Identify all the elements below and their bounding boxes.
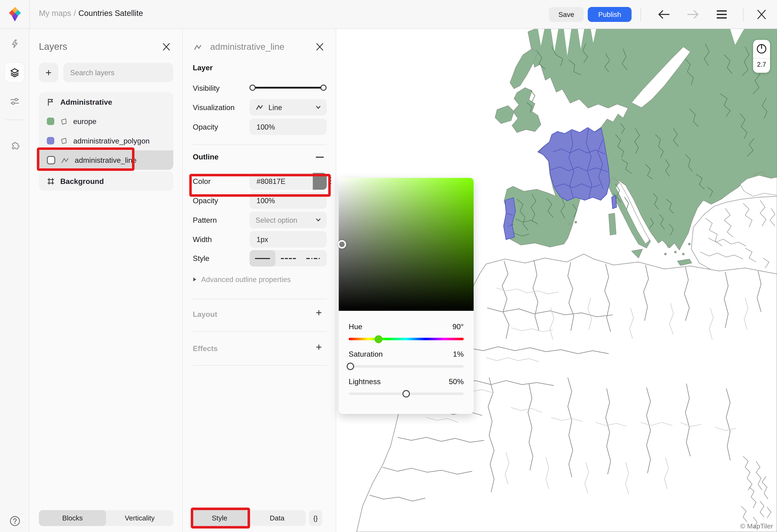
zoom-level[interactable]: 2.7 (753, 61, 770, 68)
turkey-region (691, 196, 777, 276)
administrative-group: Administrative europe administrative_pol… (39, 92, 174, 170)
close-editor-icon[interactable] (756, 9, 767, 20)
visibility-range-slider[interactable] (249, 84, 327, 92)
zigzag-line-icon (193, 44, 202, 51)
rail-divider (6, 120, 23, 120)
outline-color-label: Color (193, 177, 211, 185)
layer-opacity-input[interactable]: 100% (249, 119, 327, 135)
tab-data[interactable]: Data (248, 510, 306, 526)
help-button[interactable] (5, 511, 24, 531)
add-layer-button[interactable]: + (39, 63, 58, 82)
line-style-switch (249, 250, 327, 266)
crete (677, 259, 692, 266)
width-input[interactable]: 1px (249, 231, 327, 248)
saturation-value-area[interactable] (339, 178, 474, 311)
section-divider (193, 299, 327, 299)
dashed-line-icon (281, 258, 296, 259)
outline-opacity-input[interactable]: 100% (249, 192, 327, 209)
great-britain (512, 88, 541, 132)
visibility-min-handle (250, 85, 255, 90)
france (539, 128, 610, 201)
collapse-minus-icon[interactable] (316, 156, 324, 158)
line-color-swatch (47, 156, 56, 164)
plugins-button[interactable] (5, 137, 24, 156)
breadcrumb-my-maps[interactable]: My maps (39, 9, 71, 17)
layer-label: administrative_line (75, 156, 136, 164)
maptiler-logo[interactable] (9, 7, 21, 24)
save-button[interactable]: Save (549, 7, 584, 22)
group-row-administrative[interactable]: Administrative (39, 92, 174, 112)
zigzag-line-icon (61, 157, 69, 164)
lightning-icon (10, 39, 19, 48)
quick-actions-button[interactable] (5, 34, 24, 53)
selected-layer-title: administrative_line (210, 42, 285, 52)
color-position-handle[interactable] (338, 240, 346, 249)
layer-label: Background (60, 177, 104, 185)
outline-section-heading: Outline (193, 152, 218, 161)
layout-add-icon[interactable]: + (316, 307, 322, 319)
layer-row-background[interactable]: Background (39, 171, 174, 191)
visualization-value: Line (268, 103, 311, 111)
control-divider (753, 58, 770, 59)
settings-tool-button[interactable] (5, 92, 24, 111)
layout-section-heading: Layout (193, 310, 217, 318)
json-editor-button[interactable]: {} (309, 510, 322, 526)
layer-row-administrative-polygon[interactable]: administrative_polygon (39, 131, 174, 150)
tab-style[interactable]: Style (191, 510, 248, 526)
map-attribution[interactable]: © MapTiler (740, 522, 773, 530)
line-style-dashdot[interactable] (301, 250, 327, 266)
redo-arrow-icon[interactable] (686, 9, 699, 20)
chevron-down-icon (316, 218, 321, 222)
zigzag-line-icon (255, 104, 263, 111)
plus-icon: + (45, 66, 52, 79)
map-history-zoom-control: 2.7 (753, 40, 770, 73)
lightness-thumb[interactable] (403, 390, 410, 398)
color-options-kebab-icon[interactable] (330, 177, 331, 184)
puzzle-icon (10, 141, 20, 151)
sardinia (608, 213, 616, 235)
lightness-label: Lightness (349, 377, 380, 386)
tab-blocks[interactable]: Blocks (39, 510, 106, 526)
advanced-outline-toggle[interactable]: Advanced outline properties (193, 275, 291, 283)
triangle-right-icon (193, 277, 196, 281)
toolbar-divider-2 (743, 8, 744, 21)
layer-section-heading: Layer (193, 63, 213, 72)
layer-row-europe[interactable]: europe (39, 112, 174, 131)
polygon-icon (60, 117, 68, 125)
hue-label: Hue (349, 322, 362, 331)
saturation-value: 1% (453, 350, 464, 358)
style-panel-close-icon[interactable] (315, 42, 324, 51)
layers-panel-title: Layers (39, 41, 67, 52)
visualization-select[interactable]: Line (249, 99, 327, 116)
hue-slider[interactable] (349, 338, 464, 340)
menu-icon[interactable] (716, 10, 727, 19)
flag-icon (47, 98, 55, 106)
time-travel-button[interactable] (756, 43, 767, 54)
layers-tool-button[interactable] (5, 63, 24, 82)
layers-icon (10, 68, 19, 77)
saturation-label: Saturation (349, 350, 382, 358)
undo-arrow-icon[interactable] (658, 9, 670, 20)
publish-button[interactable]: Publish (588, 7, 632, 22)
line-style-dashed[interactable] (275, 250, 301, 266)
saturation-thumb[interactable] (347, 363, 354, 370)
layer-row-administrative-line[interactable]: administrative_line (39, 150, 174, 170)
layers-panel-close-icon[interactable] (162, 42, 171, 51)
hue-value: 90° (452, 322, 464, 331)
lightness-slider[interactable] (349, 392, 464, 395)
search-layers-input[interactable] (63, 63, 174, 82)
effects-add-icon[interactable]: + (316, 341, 322, 353)
pattern-select[interactable]: Select option (249, 212, 327, 228)
line-style-solid[interactable] (249, 250, 275, 266)
outline-opacity-label: Opacity (193, 196, 218, 205)
portugal (504, 198, 516, 240)
saturation-slider[interactable] (349, 365, 464, 368)
hue-thumb[interactable] (374, 335, 382, 343)
sliders-icon (10, 97, 19, 106)
outline-color-swatch[interactable] (313, 173, 327, 190)
top-bar: My maps/Countries Satellite Save Publish (0, 0, 777, 29)
outline-color-input[interactable]: #80817E (249, 173, 327, 190)
outline-color-hex: #80817E (256, 177, 313, 185)
tab-verticality[interactable]: Verticality (106, 510, 174, 526)
background-grid-icon (47, 177, 55, 185)
